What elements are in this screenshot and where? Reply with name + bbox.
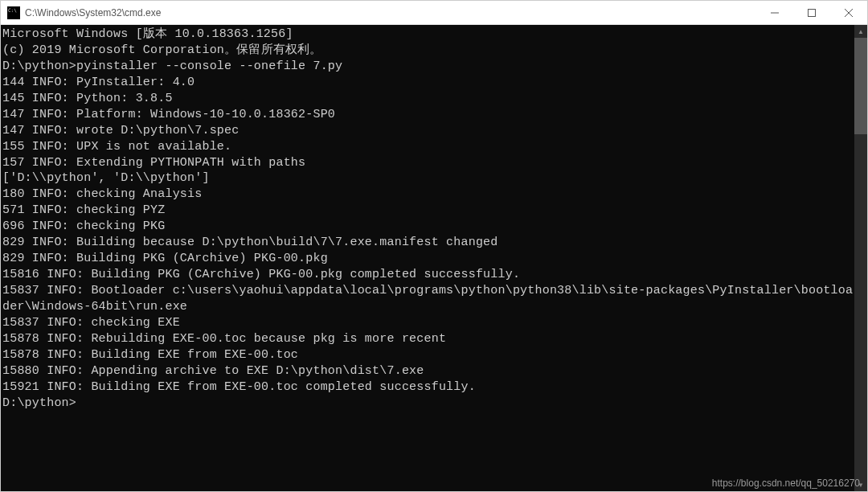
terminal-line: 15921 INFO: Building EXE from EXE-00.toc… — [2, 379, 854, 396]
terminal-line: 15878 INFO: Building EXE from EXE-00.toc — [2, 347, 854, 363]
cmd-icon — [7, 6, 20, 19]
svg-rect-1 — [809, 9, 816, 16]
maximize-icon — [808, 9, 816, 17]
minimize-icon — [771, 9, 779, 17]
terminal-line: 157 INFO: Extending PYTHONPATH with path… — [2, 155, 854, 171]
terminal-line: (c) 2019 Microsoft Corporation。保留所有权利。 — [2, 43, 854, 59]
terminal-line: 15880 INFO: Appending archive to EXE D:\… — [2, 363, 854, 379]
window-controls — [756, 1, 867, 24]
terminal-line: 15878 INFO: Rebuilding EXE-00.toc becaus… — [2, 331, 854, 347]
scrollbar-thumb[interactable] — [854, 38, 867, 134]
terminal-line: 180 INFO: checking Analysis — [2, 187, 854, 203]
titlebar[interactable]: C:\Windows\System32\cmd.exe — [1, 1, 867, 25]
close-button[interactable] — [830, 1, 867, 24]
maximize-button[interactable] — [793, 1, 830, 24]
terminal-output[interactable]: Microsoft Windows [版本 10.0.18363.1256](c… — [1, 25, 854, 491]
terminal-line: 829 INFO: Building PKG (CArchive) PKG-00… — [2, 251, 854, 267]
scrollbar[interactable]: ▲ ▼ — [854, 25, 867, 491]
terminal-line: 155 INFO: UPX is not available. — [2, 139, 854, 155]
scrollbar-up-arrow[interactable]: ▲ — [854, 25, 867, 38]
terminal-line: 147 INFO: Platform: Windows-10-10.0.1836… — [2, 107, 854, 123]
terminal-line: D:\python> — [2, 396, 854, 412]
terminal-line: 15837 INFO: checking EXE — [2, 315, 854, 331]
window-frame: C:\Windows\System32\cmd.exe Microsoft Wi… — [0, 0, 868, 492]
watermark-text: https://blog.csdn.net/qq_50216270 — [712, 478, 860, 489]
terminal-area: Microsoft Windows [版本 10.0.18363.1256](c… — [1, 25, 867, 491]
minimize-button[interactable] — [756, 1, 793, 24]
window-title: C:\Windows\System32\cmd.exe — [25, 7, 756, 18]
terminal-line: 571 INFO: checking PYZ — [2, 203, 854, 219]
terminal-line: ['D:\\python', 'D:\\python'] — [2, 170, 854, 187]
terminal-line: 147 INFO: wrote D:\python\7.spec — [2, 123, 854, 139]
terminal-line: 696 INFO: checking PKG — [2, 219, 854, 235]
terminal-line: Microsoft Windows [版本 10.0.18363.1256] — [2, 27, 854, 43]
close-icon — [845, 9, 853, 17]
terminal-line: 15837 INFO: Bootloader c:\users\yaohui\a… — [2, 283, 854, 315]
terminal-line: 145 INFO: Python: 3.8.5 — [2, 91, 854, 107]
terminal-line: 144 INFO: PyInstaller: 4.0 — [2, 75, 854, 91]
terminal-line: 15816 INFO: Building PKG (CArchive) PKG-… — [2, 267, 854, 283]
terminal-line: 829 INFO: Building because D:\python\bui… — [2, 235, 854, 251]
terminal-line: D:\python>pyinstaller --console --onefil… — [2, 59, 854, 75]
